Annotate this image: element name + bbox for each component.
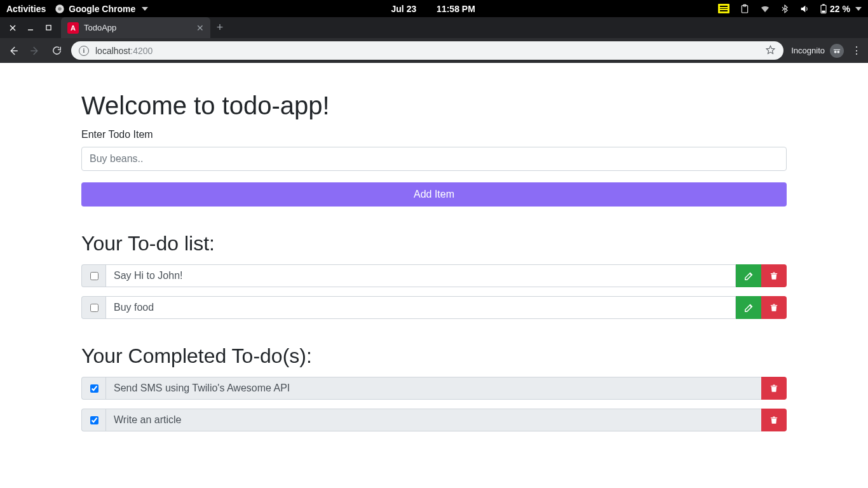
clock-date: Jul 23 <box>391 4 417 14</box>
svg-rect-14 <box>773 304 775 304</box>
todo-checkbox[interactable] <box>90 416 98 424</box>
bluetooth-icon[interactable] <box>780 4 789 14</box>
checkbox-wrapper <box>81 377 105 400</box>
svg-point-8 <box>834 50 837 53</box>
browser-titlebar: A TodoApp ✕ + <box>0 17 868 38</box>
list-item: Say Hi to John! <box>81 264 787 287</box>
active-app-indicator[interactable]: Google Chrome <box>55 4 148 14</box>
add-item-button[interactable]: Add Item <box>81 182 787 207</box>
todo-list: Say Hi to John!Buy food <box>81 264 787 319</box>
site-info-icon[interactable]: i <box>79 46 89 56</box>
delete-button[interactable] <box>761 264 787 287</box>
window-close-button[interactable] <box>4 19 22 37</box>
checkbox-wrapper <box>81 296 105 319</box>
address-bar[interactable]: i localhost:4200 <box>71 41 783 60</box>
svg-rect-13 <box>771 305 778 306</box>
svg-rect-17 <box>771 417 778 418</box>
tab-close-button[interactable]: ✕ <box>196 23 204 33</box>
svg-rect-6 <box>822 10 825 12</box>
reload-button[interactable] <box>50 44 64 58</box>
incognito-label: Incognito <box>791 46 825 55</box>
svg-rect-12 <box>773 272 775 273</box>
volume-icon[interactable] <box>799 4 810 14</box>
battery-indicator[interactable]: 22 % <box>820 4 862 14</box>
chevron-down-icon <box>142 7 148 11</box>
todo-list-heading: Your To-do list: <box>81 232 787 255</box>
back-button[interactable] <box>6 44 20 58</box>
bookmark-star-icon[interactable] <box>765 44 776 57</box>
todo-text: Send SMS using Twilio's Awesome API <box>105 377 761 400</box>
completed-list: Send SMS using Twilio's Awesome APIWrite… <box>81 377 787 431</box>
page-viewport: Welcome to todo-app! Enter Todo Item Add… <box>0 63 868 488</box>
clock-time: 11:58 PM <box>437 4 475 14</box>
forward-button[interactable] <box>28 44 42 58</box>
todo-checkbox[interactable] <box>90 272 98 280</box>
todo-checkbox[interactable] <box>90 304 98 312</box>
delete-button[interactable] <box>761 296 787 319</box>
list-item: Write an article <box>81 409 787 431</box>
edit-button[interactable] <box>736 264 761 287</box>
todo-text: Write an article <box>105 409 761 431</box>
checkbox-wrapper <box>81 264 105 287</box>
tab-title: TodoApp <box>84 23 191 32</box>
list-item: Buy food <box>81 296 787 319</box>
incognito-indicator[interactable]: Incognito <box>791 44 844 58</box>
delete-button[interactable] <box>761 377 787 400</box>
browser-tab[interactable]: A TodoApp ✕ <box>61 17 210 38</box>
todo-checkbox[interactable] <box>90 384 98 393</box>
svg-rect-5 <box>822 4 825 5</box>
svg-point-1 <box>58 7 62 11</box>
completed-list-heading: Your Completed To-do(s): <box>81 344 787 368</box>
os-top-bar: Activities Google Chrome Jul 23 11:58 PM… <box>0 0 868 17</box>
todo-text: Buy food <box>105 296 736 319</box>
clock[interactable]: Jul 23 11:58 PM <box>391 4 475 14</box>
activities-button[interactable]: Activities <box>6 4 46 14</box>
window-maximize-button[interactable] <box>39 19 57 37</box>
edit-button[interactable] <box>736 296 761 319</box>
svg-rect-15 <box>771 386 778 386</box>
delete-button[interactable] <box>761 409 787 431</box>
list-item: Send SMS using Twilio's Awesome API <box>81 377 787 400</box>
window-minimize-button[interactable] <box>22 19 39 37</box>
svg-rect-16 <box>773 384 775 385</box>
angular-favicon-icon: A <box>67 22 79 34</box>
chrome-icon <box>55 4 65 14</box>
browser-toolbar: i localhost:4200 Incognito ⋮ <box>0 38 868 63</box>
url-text: localhost:4200 <box>95 46 153 56</box>
svg-rect-18 <box>773 416 775 417</box>
new-tab-button[interactable]: + <box>210 21 229 34</box>
active-app-name: Google Chrome <box>69 4 135 14</box>
notes-indicator-icon[interactable] <box>718 4 729 13</box>
page-title: Welcome to todo-app! <box>81 92 787 120</box>
battery-icon <box>820 4 827 14</box>
svg-rect-11 <box>771 273 778 274</box>
incognito-icon <box>830 44 844 58</box>
todo-text: Say Hi to John! <box>105 264 736 287</box>
checkbox-wrapper <box>81 409 105 431</box>
app-container: Welcome to todo-app! Enter Todo Item Add… <box>81 63 787 466</box>
todo-input[interactable] <box>81 147 787 171</box>
svg-point-9 <box>837 50 839 53</box>
todo-input-label: Enter Todo Item <box>81 129 787 140</box>
wifi-icon[interactable] <box>760 4 770 14</box>
svg-rect-10 <box>834 49 841 50</box>
browser-menu-button[interactable]: ⋮ <box>851 44 862 57</box>
svg-rect-7 <box>46 25 50 30</box>
chevron-down-icon <box>855 7 862 11</box>
battery-percent: 22 % <box>830 4 850 14</box>
clipboard-icon[interactable] <box>740 4 750 14</box>
